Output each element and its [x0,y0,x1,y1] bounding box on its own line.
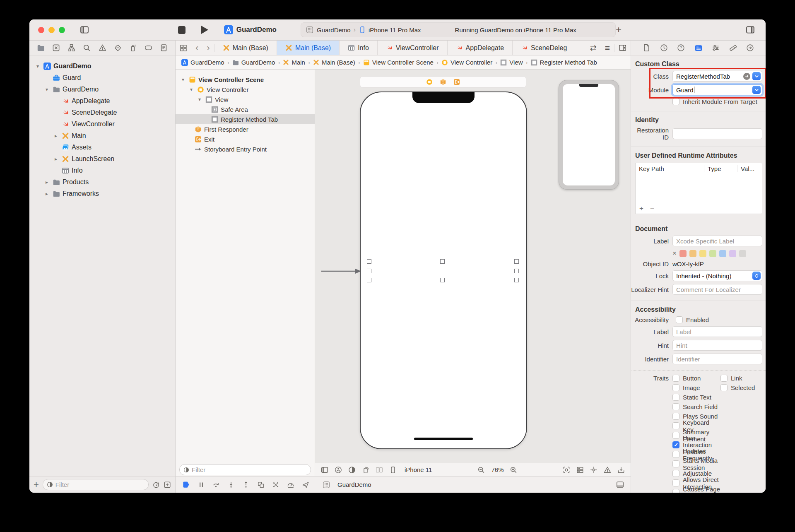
history-inspector-icon[interactable] [660,44,668,52]
trait-checkbox-causes-page-turn[interactable] [672,489,679,493]
simulate-location-icon[interactable] [302,481,309,489]
zoom-out-icon[interactable] [477,466,485,474]
resize-handle-top-center[interactable] [440,259,445,264]
toggle-navigator-icon[interactable] [80,25,89,34]
toggle-outline-icon[interactable] [321,466,328,474]
zoom-in-icon[interactable] [510,466,517,474]
breadcrumb-register-method-tab[interactable]: Register Method Tab [531,59,597,66]
connections-inspector-icon[interactable] [746,44,754,52]
zoom-level[interactable]: 76% [491,466,504,473]
layout-guides-icon[interactable] [376,466,383,474]
trait-checkbox-static-text[interactable] [672,394,679,401]
remove-attribute-button[interactable]: − [650,205,654,213]
appearance-icon[interactable] [348,466,356,474]
trait-checkbox-button[interactable] [672,375,679,382]
add-constraints-icon[interactable] [590,466,597,474]
step-out-icon[interactable] [242,481,250,489]
issue-navigator-icon[interactable] [99,44,106,52]
device-icon[interactable] [389,466,397,474]
breadcrumb-view-controller[interactable]: View Controller [441,59,492,66]
resize-handle-mid-right[interactable] [514,269,519,273]
iphone-storyboard-frame[interactable] [360,91,527,449]
nav-item-scenedelegate[interactable]: SceneDelegate [29,107,175,118]
breakpoints-toggle-icon[interactable] [182,481,190,489]
outline-view[interactable]: ▾View [176,94,315,104]
breadcrumb-view[interactable]: View [500,59,523,66]
pause-execution-icon[interactable] [198,481,205,489]
localizer-hint-field[interactable]: Comment For Localizer [672,284,762,295]
minimize-window-button[interactable] [48,27,55,33]
adjust-editor-options-icon[interactable]: ≡ [601,41,614,55]
outline-scene[interactable]: ▾View Controller Scene [176,75,315,84]
device-preview-thumbnail[interactable] [559,80,619,190]
resize-handle-bottom-center[interactable] [440,278,445,282]
module-field[interactable]: Guard [672,84,762,95]
orientation-icon[interactable] [362,466,369,474]
resize-handle-bottom-left[interactable] [367,278,371,282]
recent-files-filter-icon[interactable] [152,481,160,489]
breadcrumb-main-base[interactable]: Main (Base) [313,59,355,66]
add-file-button[interactable]: + [34,480,39,489]
outline-exit[interactable]: Exit [176,134,315,144]
project-navigator-icon[interactable] [37,44,45,52]
nav-item-project[interactable]: ▾GuardDemo [29,60,175,72]
accessibility-preview-icon[interactable] [335,466,342,474]
color-swatch-gray[interactable] [739,250,746,257]
jump-to-class-icon[interactable] [743,73,750,80]
breadcrumb-scene[interactable]: View Controller Scene [363,59,434,66]
back-button[interactable]: ‹ [191,41,202,55]
tab-overview-icon[interactable] [180,44,187,52]
canvas-surface[interactable] [315,70,631,463]
nav-item-viewcontroller[interactable]: ViewController [29,118,175,130]
nav-item-products[interactable]: ▸Products [29,176,175,188]
nav-item-guard[interactable]: Guard [29,72,175,84]
color-swatch-orange[interactable] [689,250,696,257]
runtime-attributes-empty-body[interactable] [636,174,762,204]
view-hierarchy-debugger-icon[interactable] [257,481,265,489]
document-label-field[interactable]: Xcode Specific Label [672,236,762,246]
zoom-window-button[interactable] [59,27,65,33]
view-controller-icon[interactable] [426,79,433,85]
trait-checkbox-selected[interactable] [720,384,728,391]
outline-first-responder[interactable]: First Responder [176,124,315,134]
tab-main-base-1[interactable]: Main (Base) [214,41,277,55]
outline-filter-field[interactable]: Filter [179,464,311,475]
breadcrumb-project[interactable]: GuardDemo [181,59,224,66]
resize-handle-top-left[interactable] [367,259,371,264]
first-responder-icon[interactable] [440,79,446,85]
add-editor-icon[interactable] [619,44,626,52]
color-swatch-yellow[interactable] [699,250,706,257]
accessibility-identifier-field[interactable]: Identifier [672,354,762,364]
nav-item-launchscreen[interactable]: ▸LaunchScreen [29,153,175,165]
navigator-filter-field[interactable]: Filter [43,479,149,490]
color-swatch-red[interactable] [679,250,687,257]
exit-icon[interactable] [453,79,460,85]
update-frames-icon[interactable] [563,466,570,474]
nav-item-guarddemo-folder[interactable]: ▾GuardDemo [29,84,175,95]
color-swatch-purple[interactable] [729,250,736,257]
clear-color-button[interactable]: × [672,249,677,258]
lock-stepper-icon[interactable] [752,272,761,280]
outline-entry-point[interactable]: Storyboard Entry Point [176,144,315,154]
module-dropdown-icon[interactable] [752,86,761,94]
debug-navigator-icon[interactable] [129,44,137,52]
tab-scenedelegate[interactable]: SceneDeleg [513,41,586,55]
class-field[interactable]: RegisterMethodTab [672,71,762,82]
close-window-button[interactable] [38,27,44,33]
color-swatch-blue[interactable] [719,250,726,257]
resize-handle-mid-left[interactable] [367,269,371,273]
lock-dropdown[interactable]: Inherited - (Nothing) [672,270,762,281]
source-control-filter-icon[interactable] [164,481,171,489]
outline-register-method-tab[interactable]: Register Method Tab [176,114,315,124]
step-over-icon[interactable] [212,481,220,489]
toggle-inspector-icon[interactable] [746,25,755,34]
inherit-module-checkbox[interactable] [672,98,679,105]
class-dropdown-icon[interactable] [752,72,761,80]
test-navigator-icon[interactable] [114,44,122,52]
storyboard-entry-point-arrow[interactable] [321,269,361,274]
trait-checkbox-link[interactable] [720,375,728,382]
accessibility-enabled-checkbox[interactable] [676,316,683,323]
quick-help-inspector-icon[interactable] [677,44,685,52]
nav-item-appdelegate[interactable]: AppDelegate [29,95,175,107]
tab-viewcontroller[interactable]: ViewController [378,41,448,55]
